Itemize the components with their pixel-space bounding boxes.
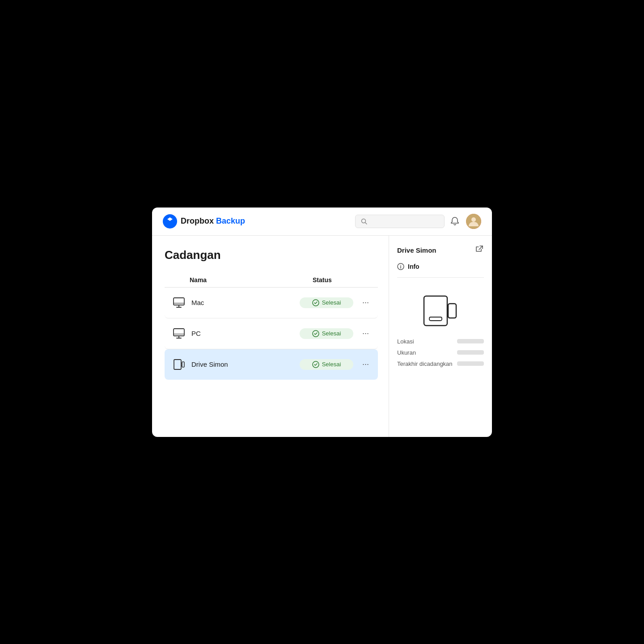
header: Dropbox Backup	[152, 208, 492, 236]
info-icon	[397, 263, 404, 270]
svg-rect-29	[429, 317, 442, 321]
monitor-icon	[172, 296, 186, 310]
drive-illustration	[397, 287, 484, 338]
detail-key-lokasi: Lokasi	[397, 338, 414, 345]
col-name-header: Nama	[190, 276, 307, 284]
svg-rect-25	[448, 304, 456, 318]
export-icon[interactable]	[475, 245, 484, 256]
main-layout: Cadangan Nama Status Mac	[152, 236, 492, 437]
left-panel: Cadangan Nama Status Mac	[152, 236, 389, 437]
info-section: Info	[397, 263, 484, 278]
search-box[interactable]	[355, 215, 445, 228]
table-row[interactable]: PC Selesai ···	[165, 318, 378, 349]
right-panel-header: Drive Simon	[397, 245, 484, 256]
check-circle-icon	[312, 361, 319, 368]
svg-rect-10	[174, 329, 184, 336]
row-pc-label: PC	[191, 330, 294, 337]
col-status-header: Status	[313, 276, 371, 284]
drive-large-icon	[420, 294, 461, 327]
app-window: Dropbox Backup	[152, 208, 492, 437]
detail-rows: Lokasi Ukuran Terakhir dicadangkan	[397, 338, 484, 367]
detail-key-ukuran: Ukuran	[397, 349, 416, 356]
table-row[interactable]: Mac Selesai ···	[165, 288, 378, 318]
svg-point-0	[163, 214, 177, 229]
svg-point-4	[471, 217, 476, 222]
svg-rect-5	[174, 298, 184, 305]
svg-rect-15	[174, 360, 181, 369]
svg-line-2	[365, 222, 367, 224]
page-title: Cadangan	[165, 248, 378, 262]
status-badge-drive: Selesai	[300, 359, 353, 370]
detail-row-ukuran: Ukuran	[397, 349, 484, 356]
check-circle-icon	[312, 299, 319, 306]
row-drive-label: Drive Simon	[191, 360, 294, 368]
detail-value-ukuran	[457, 350, 484, 355]
search-input[interactable]	[371, 218, 439, 225]
detail-row-terakhir: Terakhir dicadangkan	[397, 360, 484, 367]
detail-value-terakhir	[457, 361, 484, 366]
info-label: Info	[408, 263, 419, 270]
header-icons	[450, 214, 481, 229]
detail-key-terakhir: Terakhir dicadangkan	[397, 360, 453, 367]
more-button-drive[interactable]: ···	[359, 359, 373, 370]
logo-area: Dropbox Backup	[163, 214, 350, 229]
svg-rect-24	[424, 296, 447, 326]
detail-value-lokasi	[457, 339, 484, 343]
dropbox-logo-icon	[163, 214, 177, 229]
more-button-pc[interactable]: ···	[359, 328, 373, 339]
right-panel: Drive Simon Info	[389, 236, 492, 437]
svg-rect-16	[182, 362, 184, 367]
status-badge-mac: Selesai	[300, 297, 353, 308]
panel-title: Drive Simon	[397, 246, 436, 254]
brand-label: Dropbox Backup	[181, 216, 245, 226]
table-header: Nama Status	[165, 273, 378, 288]
monitor-pc-icon	[172, 326, 186, 341]
row-mac-label: Mac	[191, 299, 294, 306]
status-badge-pc: Selesai	[300, 328, 353, 339]
avatar[interactable]	[466, 214, 481, 229]
search-icon	[361, 218, 367, 225]
svg-line-20	[479, 246, 483, 250]
svg-point-23	[400, 265, 401, 266]
more-button-mac[interactable]: ···	[359, 297, 373, 308]
table-row[interactable]: Drive Simon Selesai ···	[165, 349, 378, 380]
detail-row-lokasi: Lokasi	[397, 338, 484, 345]
check-circle-icon	[312, 330, 319, 337]
bell-icon[interactable]	[450, 216, 460, 226]
drive-icon	[172, 357, 186, 372]
